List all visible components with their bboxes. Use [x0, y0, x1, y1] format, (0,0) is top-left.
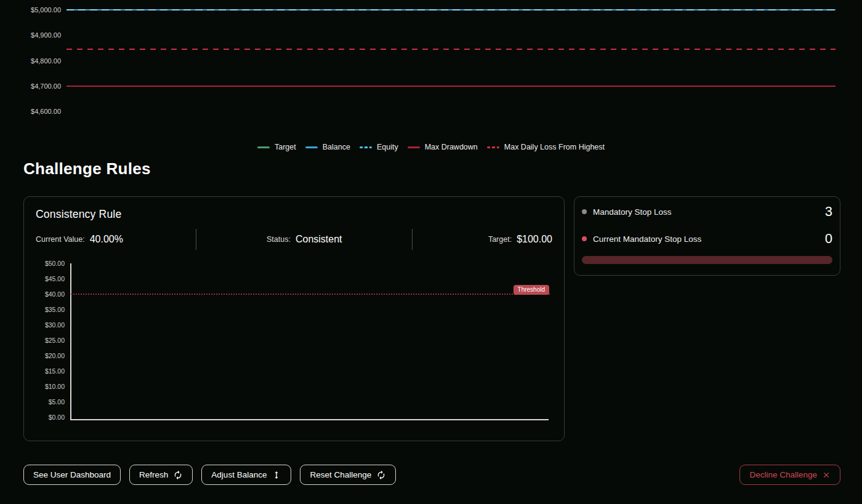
bullet-dot-icon	[582, 236, 587, 241]
legend-swatch	[305, 146, 318, 148]
mandatory-stop-loss-panel: Mandatory Stop Loss3Current Mandatory St…	[574, 196, 840, 276]
close-icon	[822, 471, 831, 479]
threshold-line	[71, 294, 550, 295]
legend-label: Target	[275, 143, 296, 151]
stop-loss-value: 0	[825, 231, 832, 247]
adjust-balance-button[interactable]: Adjust Balance	[201, 465, 291, 485]
challenge-rules-section: Consistency Rule Current Value: 40.00% S…	[23, 196, 840, 441]
legend-label: Equity	[377, 143, 398, 151]
refresh-button[interactable]: Refresh	[129, 465, 193, 485]
legend-swatch	[408, 146, 420, 148]
stat-label: Target:	[488, 235, 512, 244]
stop-loss-rows: Mandatory Stop Loss3Current Mandatory St…	[582, 204, 832, 246]
legend-item-target[interactable]: Target	[257, 143, 296, 151]
legend-label: Max Drawdown	[425, 143, 478, 151]
button-label: Decline Challenge	[749, 470, 817, 479]
stop-loss-label: Mandatory Stop Loss	[593, 207, 825, 217]
stat-value: 40.00%	[90, 234, 123, 245]
page-title: Challenge Rules	[23, 158, 862, 179]
legend-swatch	[360, 146, 372, 148]
consistency-stats-row: Current Value: 40.00% Status: Consistent…	[36, 229, 552, 250]
y-axis-tick-label: $5.00	[36, 398, 65, 406]
stat-target: Target: $100.00	[413, 229, 552, 250]
button-label: Refresh	[139, 470, 168, 479]
y-axis-tick-label: $4,600.00	[0, 107, 61, 116]
threshold-badge: Threshold	[514, 285, 549, 295]
y-axis-line	[70, 263, 71, 420]
x-axis-line	[70, 419, 549, 420]
button-label: Reset Challenge	[310, 470, 371, 479]
y-axis-tick-label: $40.00	[36, 290, 65, 298]
account-balance-chart: $5,000.00$4,900.00$4,800.00$4,700.00$4,6…	[0, 0, 862, 130]
legend-label: Balance	[323, 143, 350, 151]
refresh-icon	[376, 470, 386, 480]
reset-challenge-button[interactable]: Reset Challenge	[300, 465, 396, 485]
chart-line-max-daily-loss-from-highest	[66, 49, 836, 50]
legend-swatch	[487, 146, 499, 148]
legend-item-max-drawdown[interactable]: Max Drawdown	[408, 143, 478, 151]
stop-loss-value: 3	[825, 204, 832, 220]
stat-value: $100.00	[517, 234, 552, 245]
y-axis-tick-label: $35.00	[36, 306, 65, 313]
top-chart-legend: TargetBalanceEquityMax DrawdownMax Daily…	[0, 141, 862, 153]
footer-actions: See User Dashboard Refresh Adjust Balanc…	[23, 465, 840, 485]
y-axis-tick-label: $0.00	[36, 414, 65, 421]
y-axis-tick-label: $25.00	[36, 337, 65, 344]
legend-label: Max Daily Loss From Highest	[504, 143, 605, 151]
y-axis-tick-label: $10.00	[36, 383, 65, 390]
consistency-rule-card: Consistency Rule Current Value: 40.00% S…	[23, 196, 565, 441]
y-axis-tick-label: $5,000.00	[0, 6, 61, 14]
stop-loss-progress-bar	[582, 256, 832, 264]
stop-loss-label: Current Mandatory Stop Loss	[593, 234, 825, 244]
legend-item-balance[interactable]: Balance	[305, 143, 350, 151]
legend-swatch	[257, 146, 270, 148]
y-axis-tick-label: $15.00	[36, 367, 65, 375]
see-user-dashboard-button[interactable]: See User Dashboard	[23, 465, 121, 485]
legend-item-equity[interactable]: Equity	[360, 143, 398, 151]
refresh-icon	[173, 470, 183, 480]
y-axis-tick-label: $20.00	[36, 352, 65, 359]
stat-label: Current Value:	[36, 235, 85, 244]
chart-line-max-drawdown	[66, 86, 836, 87]
button-label: See User Dashboard	[33, 470, 111, 479]
vertical-arrows-icon	[272, 470, 281, 480]
y-axis-tick-label: $30.00	[36, 321, 65, 329]
y-axis-tick-label: $50.00	[36, 260, 65, 267]
consistency-chart: $50.00$45.00$40.00$35.00$30.00$25.00$20.…	[36, 257, 552, 425]
chart-line-equity	[66, 9, 836, 10]
stat-label: Status:	[267, 235, 291, 244]
stop-loss-row-current-mandatory-stop-loss: Current Mandatory Stop Loss0	[582, 231, 832, 246]
consistency-rule-title: Consistency Rule	[36, 208, 552, 221]
y-axis-tick-label: $4,900.00	[0, 31, 61, 39]
stat-value: Consistent	[296, 234, 342, 245]
stat-status: Status: Consistent	[196, 229, 413, 250]
button-label: Adjust Balance	[211, 470, 267, 479]
y-axis-tick-label: $4,800.00	[0, 57, 61, 65]
decline-challenge-button[interactable]: Decline Challenge	[739, 465, 840, 485]
bullet-dot-icon	[582, 209, 587, 214]
legend-item-max-daily-loss-from-highest[interactable]: Max Daily Loss From Highest	[487, 143, 605, 151]
stop-loss-row-mandatory-stop-loss: Mandatory Stop Loss3	[582, 204, 832, 219]
y-axis-tick-label: $45.00	[36, 275, 65, 282]
y-axis-tick-label: $4,700.00	[0, 82, 61, 90]
stat-current-value: Current Value: 40.00%	[36, 229, 196, 250]
